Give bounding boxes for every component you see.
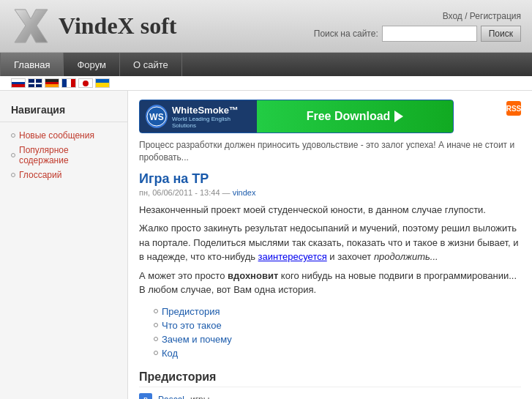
- article-interested-link[interactable]: заинтересуется: [258, 251, 327, 262]
- nav-item-about[interactable]: О сайте: [120, 53, 182, 76]
- banner-cta-text: Free Download: [307, 110, 391, 123]
- nav-item-forum[interactable]: Форум: [64, 53, 120, 76]
- article-para-3: А может это просто вдохновит кого нибудь…: [139, 269, 521, 297]
- article-title[interactable]: Игра на ТР: [139, 171, 521, 187]
- flag-uk[interactable]: [28, 78, 42, 88]
- nav-item-home[interactable]: Главная: [0, 53, 64, 76]
- toc-list: Предистория Что это такое Зачем и почему…: [154, 305, 521, 360]
- banner-area: RSS WS WhiteSmoke™ World Leading English…: [139, 100, 521, 139]
- play-icon: [394, 111, 403, 122]
- bullet-icon: [11, 133, 15, 138]
- content: RSS WS WhiteSmoke™ World Leading English…: [128, 91, 532, 399]
- svg-text:WS: WS: [149, 112, 163, 122]
- banner-brand: WhiteSmoke™: [172, 105, 251, 116]
- toc-link-2[interactable]: Что это такое: [162, 320, 222, 331]
- article-para-3-bold: вдохновит: [228, 270, 278, 281]
- flag-ua[interactable]: [95, 78, 110, 88]
- flag-de[interactable]: [45, 78, 59, 88]
- toc-link-1[interactable]: Предистория: [162, 306, 220, 317]
- search-area: Поиск на сайте: Поиск: [314, 26, 521, 42]
- article-para-1: Незаконченный проект моей студенческой ю…: [139, 203, 521, 217]
- article-author-link[interactable]: vindex: [233, 188, 256, 197]
- sidebar-item-new-messages[interactable]: Новые сообщения: [0, 128, 127, 143]
- flag-jp[interactable]: [78, 78, 93, 88]
- section-heading: Предистория: [139, 370, 521, 387]
- main-wrapper: Навигация Новые сообщения Популярное сод…: [0, 91, 532, 399]
- article: Игра на ТР пн, 06/06/2011 - 13:44 — vind…: [139, 171, 521, 360]
- header: VindeX soft Вход / Регистрация Поиск на …: [0, 0, 532, 53]
- flag-ru[interactable]: [11, 78, 26, 88]
- sidebar-item-popular[interactable]: Популярное содержание: [0, 143, 127, 168]
- article-para-2: Жалко просто закинуть результат недосыпа…: [139, 221, 521, 264]
- search-button[interactable]: Поиск: [481, 26, 521, 42]
- toc-link-4[interactable]: Код: [162, 348, 178, 359]
- toc-item-3[interactable]: Зачем и почему: [154, 332, 521, 346]
- toc-item-1[interactable]: Предистория: [154, 305, 521, 318]
- article-body: Незаконченный проект моей студенческой ю…: [139, 203, 521, 297]
- article-title-link[interactable]: Игра на ТР: [139, 171, 209, 186]
- pascal-icon: P: [139, 393, 152, 399]
- sidebar-link-new-messages[interactable]: Новые сообщения: [19, 130, 94, 141]
- navbar: Главная Форум О сайте: [0, 53, 532, 76]
- search-label: Поиск на сайте:: [314, 29, 378, 39]
- intro-text: Процесс разработки должен приносить удов…: [139, 139, 521, 164]
- auth-links[interactable]: Вход / Регистрация: [443, 11, 521, 21]
- toc-item-2[interactable]: Что это такое: [154, 318, 521, 332]
- article-para-3-text1: А может это просто: [139, 270, 228, 281]
- banner-cta: Free Download: [307, 110, 404, 123]
- rss-icon: RSS: [506, 101, 521, 116]
- site-title: VindeX soft: [59, 12, 176, 40]
- sidebar-link-glossary[interactable]: Глоссарий: [19, 170, 61, 180]
- article-meta-sep: —: [222, 188, 233, 197]
- sidebar-title: Навигация: [0, 100, 127, 122]
- sidebar: Навигация Новые сообщения Популярное сод…: [0, 91, 128, 399]
- tag-pascal-link[interactable]: Pascal: [158, 395, 184, 399]
- bullet-icon: [11, 173, 15, 177]
- flag-fr[interactable]: [61, 78, 76, 88]
- toc-bullet: [154, 309, 158, 313]
- header-right: Вход / Регистрация Поиск на сайте: Поиск: [314, 11, 521, 42]
- logo-icon: [11, 6, 51, 46]
- sidebar-link-popular[interactable]: Популярное содержание: [19, 145, 116, 165]
- toc-link-3[interactable]: Зачем и почему: [162, 334, 232, 345]
- sidebar-item-glossary[interactable]: Глоссарий: [0, 168, 127, 182]
- tag-category: игры: [190, 395, 209, 399]
- banner-cta-area[interactable]: Free Download: [257, 100, 453, 133]
- article-para-2-text2: и захочет: [327, 251, 374, 262]
- bullet-icon: [11, 153, 15, 157]
- flags-bar: [0, 76, 532, 91]
- article-date: пн, 06/06/2011 - 13:44: [139, 188, 220, 197]
- tag-list: P Pascal игры: [139, 393, 521, 399]
- article-meta: пн, 06/06/2011 - 13:44 — vindex: [139, 188, 521, 197]
- banner-text: WhiteSmoke™ World Leading English Soluti…: [172, 105, 251, 129]
- banner-sub: World Leading English Solutions: [172, 116, 251, 129]
- banner[interactable]: WS WhiteSmoke™ World Leading English Sol…: [139, 100, 454, 133]
- rss-area[interactable]: RSS: [506, 101, 521, 119]
- search-input[interactable]: [382, 26, 477, 42]
- toc-item-4[interactable]: Код: [154, 346, 521, 360]
- svg-marker-0: [15, 10, 48, 42]
- banner-left: WS WhiteSmoke™ World Leading English Sol…: [140, 100, 257, 133]
- toc-bullet: [154, 337, 158, 341]
- auth-link[interactable]: Вход / Регистрация: [443, 11, 521, 21]
- banner-logo-icon: WS: [146, 105, 168, 128]
- toc-bullet: [154, 323, 158, 327]
- logo-area: VindeX soft: [11, 6, 176, 46]
- article-para-2-italic: продолжить...: [374, 251, 438, 262]
- toc-bullet: [154, 351, 158, 355]
